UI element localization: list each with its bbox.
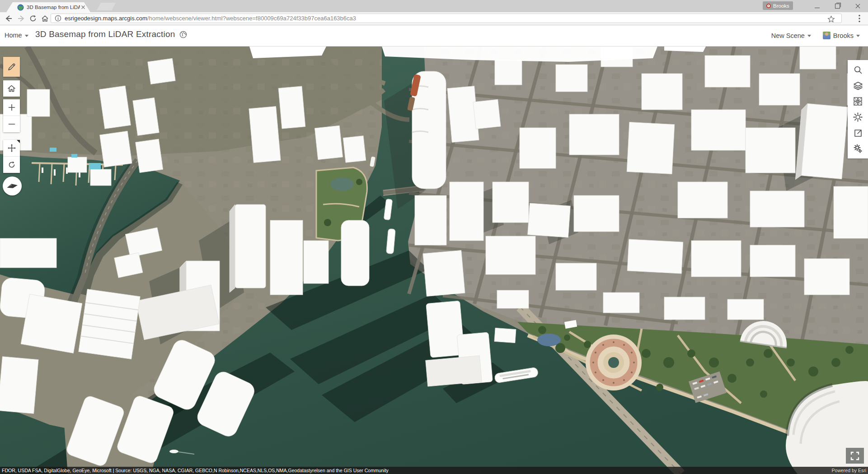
header-right: New Scene Brooks (771, 32, 860, 39)
recorder-user-label: Brooks (773, 3, 789, 9)
pan-tool-button[interactable] (3, 140, 20, 156)
minus-icon (8, 121, 15, 128)
app-header: Home 3D Basemap from LiDAR Extraction Ne… (0, 25, 868, 46)
chevron-down-icon (807, 35, 811, 37)
home-label: Home (5, 32, 22, 39)
new-scene-menu[interactable]: New Scene (771, 32, 811, 39)
new-scene-label: New Scene (771, 32, 805, 39)
layers-icon (853, 81, 863, 90)
url-bar[interactable]: esrigeodesign.maps.arcgis.com/home/websc… (51, 14, 842, 23)
rotate-tool-button[interactable] (3, 156, 20, 173)
avatar (823, 32, 830, 39)
chevron-down-icon (856, 35, 860, 37)
browser-toolbar: esrigeodesign.maps.arcgis.com/home/websc… (0, 12, 868, 25)
plus-icon (8, 104, 15, 111)
page-title: 3D Basemap from LiDAR Extraction (35, 29, 187, 39)
basemap-grid-icon (854, 97, 862, 106)
home-icon (7, 84, 16, 93)
zoom-out-button[interactable] (3, 116, 20, 132)
chevron-down-icon (25, 35, 28, 37)
navigation-controls (3, 140, 20, 173)
search-icon (854, 65, 863, 74)
record-icon (766, 4, 771, 8)
page-info-icon[interactable] (55, 15, 61, 22)
compass-button[interactable] (3, 177, 22, 195)
url-text[interactable]: esrigeodesign.maps.arcgis.com/home/websc… (65, 15, 356, 22)
settings-button[interactable] (848, 141, 868, 157)
basemap-button[interactable] (848, 93, 868, 109)
user-menu[interactable]: Brooks (823, 32, 860, 39)
minimize-button[interactable] (807, 0, 827, 12)
tab-close-icon[interactable] (80, 5, 86, 10)
bookmark-star-icon[interactable] (827, 15, 835, 23)
fullscreen-button[interactable] (846, 448, 864, 464)
edit-tool-button[interactable] (3, 57, 20, 77)
initial-view-button[interactable] (3, 80, 20, 97)
rotate-icon (8, 161, 16, 169)
user-name-label: Brooks (833, 32, 854, 39)
scene-viewer: FDOR, USDA FSA, DigitalGlobe, GeoEye, Mi… (0, 46, 868, 474)
flyout-corner-icon (17, 140, 20, 143)
compass-needle-icon (5, 179, 19, 193)
url-domain: esrigeodesign.maps.arcgis.com (65, 15, 147, 22)
close-button[interactable] (848, 0, 868, 12)
home-nav-button[interactable] (40, 14, 50, 23)
browser-window: 3D Basemap from LiDAR Brooks (0, 0, 868, 474)
globe-favicon-icon (17, 4, 24, 11)
share-icon (854, 129, 863, 138)
share-button[interactable] (848, 125, 868, 141)
window-controls (807, 0, 868, 12)
minimize-icon (815, 8, 820, 8)
home-menu[interactable]: Home (5, 32, 28, 39)
browser-titlebar: 3D Basemap from LiDAR Brooks (0, 0, 868, 12)
reload-button[interactable] (28, 14, 38, 23)
url-path: /home/webscene/viewer.html?webscene=f800… (147, 15, 356, 22)
restore-icon (835, 4, 840, 9)
right-tool-panel (848, 60, 868, 158)
close-icon (855, 4, 860, 9)
new-tab-button[interactable] (97, 3, 116, 10)
zoom-in-button[interactable] (3, 99, 20, 116)
attribution-bar: FDOR, USDA FSA, DigitalGlobe, GeoEye, Mi… (0, 467, 868, 474)
tab-title: 3D Basemap from LiDAR (27, 5, 80, 10)
pencil-icon (7, 62, 16, 71)
recorder-badge[interactable]: Brooks (763, 1, 793, 10)
powered-by-esri[interactable]: Powered by Esri (832, 468, 868, 473)
forward-button[interactable] (16, 14, 26, 23)
attribution-sources: FDOR, USDA FSA, DigitalGlobe, GeoEye, Mi… (0, 468, 832, 473)
daylight-button[interactable] (848, 109, 868, 125)
browser-tab[interactable]: 3D Basemap from LiDAR (6, 2, 90, 12)
browser-menu-button[interactable] (854, 14, 864, 23)
public-globe-icon (179, 31, 187, 38)
fullscreen-icon (850, 451, 859, 460)
layers-button[interactable] (848, 78, 868, 93)
3d-scene-canvas[interactable] (0, 46, 868, 474)
gears-icon (853, 144, 863, 153)
sun-icon (853, 112, 863, 122)
pan-arrows-icon (7, 144, 16, 153)
search-button[interactable] (848, 62, 868, 78)
back-button[interactable] (4, 14, 14, 23)
zoom-controls (3, 99, 20, 132)
restore-button[interactable] (827, 0, 848, 12)
